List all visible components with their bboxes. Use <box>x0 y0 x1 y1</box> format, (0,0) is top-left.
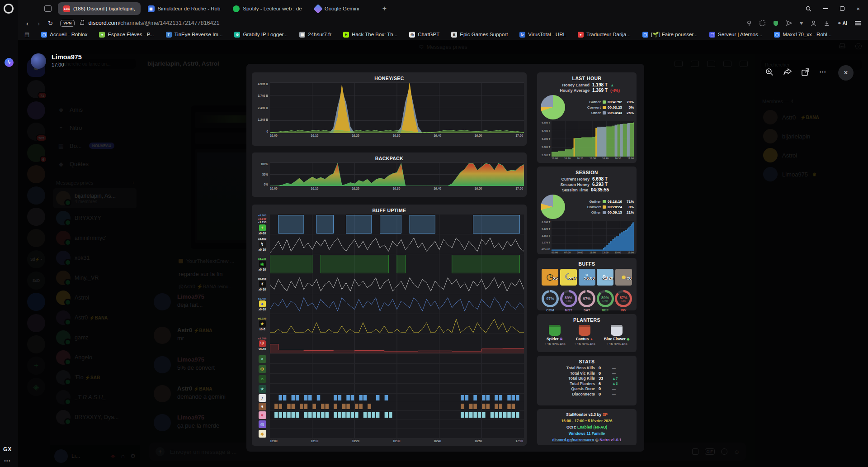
browser-tab[interactable]: Spotify - Lecteur web : de <box>227 2 307 15</box>
new-tab-button[interactable]: + <box>382 5 387 13</box>
vpn-badge[interactable]: VPN <box>60 20 75 27</box>
bookmark-item[interactable]: ▢[🌱] Faire pousser... <box>642 31 698 38</box>
buffs-title: BUFFS <box>540 261 634 267</box>
buff-scale-label: x0-10 <box>259 268 266 271</box>
search-icon[interactable] <box>806 6 811 12</box>
planter-spider: Spider ☠◔ 1h 37m 48s <box>544 325 566 346</box>
planter-timer: ◔ 1h 37m 48s <box>606 342 627 346</box>
send-icon[interactable] <box>786 20 792 26</box>
bookmark-favicon: G <box>234 32 240 38</box>
bookmark-item[interactable]: TTinEye Reverse Im... <box>166 31 223 38</box>
lock-icon[interactable] <box>80 22 84 25</box>
favorites-heart-icon[interactable]: ♥ <box>800 20 803 26</box>
legend-label: Other <box>591 111 601 115</box>
sidebar-more-icon[interactable]: ••• <box>4 458 11 463</box>
bookmark-item[interactable]: GGrabify IP Logger... <box>234 31 288 38</box>
stat-label: Total Bug Kills <box>550 376 595 381</box>
minimize-button[interactable] <box>823 8 828 9</box>
opera-logo-icon[interactable] <box>4 4 14 14</box>
backpack-chart <box>270 162 524 186</box>
open-in-browser-icon[interactable] <box>802 68 809 76</box>
stat-row: Total Vic Kills0— <box>540 371 634 376</box>
buff-multiplier: x8.235 <box>258 257 266 261</box>
bookmark-label: Accueil - Roblox <box>50 32 87 37</box>
bookmark-label: 24hsur7.fr <box>308 32 331 37</box>
more-options-icon[interactable]: ⋯ <box>819 68 826 76</box>
planter-blue-flower: Blue Flower ◆◔ 1h 37m 48s <box>604 325 630 346</box>
discord-invite-link[interactable]: discord.gg/natromacro <box>552 438 594 442</box>
legend-time: 00:41:52 <box>608 100 622 104</box>
snapshot-icon[interactable] <box>760 20 765 26</box>
url-text[interactable]: discord.com/channels/@me/144213172147781… <box>88 20 219 26</box>
legend-row: Other00:14:4325% <box>569 111 634 115</box>
bookmark-item[interactable]: ●Traducteur Darija... <box>578 31 631 38</box>
gauge-ring: 89%(+4%) <box>597 290 614 307</box>
browser-tab[interactable]: 186(186) Discord | bijarlelapin, <box>58 2 141 15</box>
forward-share-icon[interactable] <box>783 68 792 76</box>
legend-pct: 25% <box>624 111 634 115</box>
reload-button[interactable]: ↻ <box>48 20 53 27</box>
stat-delta: ▲7 <box>612 376 624 381</box>
gauge-ring: 89%(+4%) <box>560 290 577 307</box>
tab-favicon <box>313 4 323 13</box>
buff-scale-label: x0-10 <box>259 348 266 351</box>
bookmark-item[interactable]: ⬚Serveur | Aternos... <box>709 31 762 38</box>
planters-title: PLANTERS <box>540 317 634 323</box>
gauge-ref: 89%(+4%)REF <box>597 290 614 312</box>
bookmark-favicon: E <box>451 32 457 38</box>
stats-title: STATS <box>540 359 634 364</box>
bookmark-label: ChatGPT <box>418 32 439 37</box>
bookmark-item[interactable]: ◎ChatGPT <box>409 31 439 38</box>
legend-time: 00:03:25 <box>608 105 622 110</box>
forward-button[interactable]: › <box>38 19 40 27</box>
planter-type-icon: ☠ <box>560 337 563 341</box>
footer-os: Windows 11 Famille <box>540 430 634 437</box>
legend-swatch <box>603 106 606 109</box>
browser-tab[interactable]: ▦Simulateur de Ruche - Rob <box>142 2 226 15</box>
bookmark-item[interactable]: ▢Maxx170_xx - Robl... <box>774 31 831 38</box>
download-icon[interactable] <box>824 20 830 26</box>
bookmark-item[interactable]: ▢Accueil - Roblox <box>41 31 87 38</box>
gx-corner-logo[interactable]: GX <box>3 446 12 453</box>
footer-version: StatMonitor v2.3 by SP <box>540 411 634 418</box>
legend-label: Gather <box>589 200 601 204</box>
legend-swatch <box>603 100 606 104</box>
bookmark-favicon: ▤ <box>299 32 305 38</box>
shield-icon[interactable] <box>773 20 778 26</box>
buff-multiplier: x8.805 <box>258 214 266 217</box>
back-button[interactable]: ‹ <box>26 19 28 27</box>
gauge-sub: (+3%) <box>621 300 626 302</box>
bookmark-item[interactable]: ●Espace Élèves - P... <box>99 31 154 38</box>
backpack-title: BACKPACK <box>255 156 524 161</box>
stat-value: 6 <box>599 381 609 386</box>
buff-row: x8.235◉x0-10 <box>255 254 524 274</box>
buff-multiplier: x0.247 <box>258 218 266 221</box>
profile-icon[interactable] <box>811 20 816 26</box>
menu-icon[interactable] <box>855 21 861 25</box>
gauge-label: COM <box>546 308 554 312</box>
bookmarks-panel-icon[interactable]: ▤ <box>24 31 29 38</box>
bookmark-item[interactable]: EEpic Games Support <box>451 31 508 38</box>
aria-ai-button[interactable]: ⚭ AI <box>837 20 847 26</box>
browser-tab[interactable]: Google Gemini <box>309 2 377 15</box>
bookmark-item[interactable]: ▤24hsur7.fr <box>299 31 331 38</box>
close-modal-button[interactable]: × <box>838 65 854 81</box>
tab-favicon: 186 <box>63 5 70 12</box>
tab-tools-icon[interactable] <box>44 5 52 12</box>
bookmark-item[interactable]: HHack The Box: Th... <box>343 31 397 38</box>
stat-label: Session Honey <box>550 182 590 187</box>
gauge-inv: 87%(+3%)INV <box>615 290 632 312</box>
buff-multiplier: x5 <box>553 270 558 286</box>
zoom-icon[interactable] <box>765 68 774 76</box>
avatar[interactable] <box>31 53 46 69</box>
bear-icon: ᴥ <box>259 403 266 410</box>
planter-type-icon: ▲ <box>590 337 594 341</box>
messenger-icon[interactable]: ϟ <box>5 58 14 67</box>
pin-icon[interactable] <box>746 20 752 26</box>
gauge-pct: 97% <box>583 296 590 301</box>
maximize-button[interactable] <box>840 6 844 11</box>
legend-swatch <box>603 111 606 114</box>
buff-scale-label: x0-10 <box>259 308 266 311</box>
close-window-button[interactable]: × <box>856 5 860 12</box>
bookmark-item[interactable]: ▷VirusTotal - URL <box>519 31 566 38</box>
